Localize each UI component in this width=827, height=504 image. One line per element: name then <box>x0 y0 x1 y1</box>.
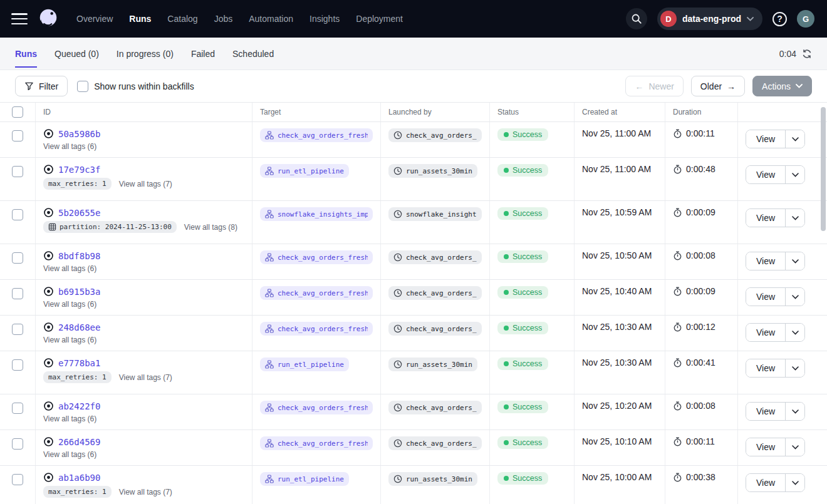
view-all-tags-link[interactable]: View all tags (6) <box>43 336 96 344</box>
view-run-button[interactable]: View <box>746 324 785 341</box>
nav-item[interactable]: Runs <box>129 14 151 24</box>
view-all-tags-link[interactable]: View all tags (6) <box>43 450 96 459</box>
row-checkbox[interactable] <box>12 166 23 177</box>
row-checkbox[interactable] <box>12 474 23 485</box>
run-filter-tab[interactable]: Scheduled <box>232 49 274 59</box>
row-checkbox[interactable] <box>12 209 23 220</box>
backfills-checkbox[interactable] <box>77 81 88 92</box>
view-run-button[interactable]: View <box>746 209 785 227</box>
target-pill[interactable]: check_avg_orders_freshne <box>260 286 373 300</box>
workspace-switcher[interactable]: D data-eng-prod <box>657 8 762 30</box>
filter-button[interactable]: Filter <box>15 76 68 96</box>
launched-by-pill[interactable]: run_assets_30min <box>388 357 477 371</box>
launched-by-pill[interactable]: check_avg_orders_f… <box>388 401 482 414</box>
help-icon[interactable]: ? <box>772 12 787 26</box>
nav-item[interactable]: Catalog <box>167 14 197 24</box>
run-filter-tab[interactable]: In progress (0) <box>117 49 174 59</box>
run-id-link[interactable]: e7778ba1 <box>58 358 100 368</box>
view-dropdown-button[interactable] <box>785 252 804 270</box>
run-filter-tab[interactable]: Failed <box>191 49 215 59</box>
view-run-button[interactable]: View <box>746 474 785 491</box>
view-run-button[interactable]: View <box>746 288 785 306</box>
run-id-link[interactable]: ab1a6b90 <box>58 473 100 483</box>
row-checkbox[interactable] <box>12 438 23 450</box>
row-checkbox[interactable] <box>12 288 23 299</box>
view-dropdown-button[interactable] <box>785 403 804 420</box>
run-id-link[interactable]: 266d4569 <box>58 437 100 447</box>
run-filter-tab[interactable]: Queued (0) <box>55 49 99 59</box>
target-pill[interactable]: run_etl_pipeline <box>260 357 349 371</box>
hamburger-icon[interactable] <box>11 13 28 24</box>
run-tag-pill[interactable]: partition: 2024-11-25-13:00 <box>43 221 177 233</box>
target-pill[interactable]: run_etl_pipeline <box>260 472 349 486</box>
run-id-link[interactable]: 8bdf8b98 <box>58 251 100 261</box>
nav-item[interactable]: Automation <box>249 14 293 24</box>
row-checkbox[interactable] <box>12 130 23 141</box>
scrollbar-thumb[interactable] <box>821 107 826 231</box>
view-dropdown-button[interactable] <box>785 209 804 227</box>
view-dropdown-button[interactable] <box>785 288 804 306</box>
dagster-logo[interactable] <box>36 7 60 31</box>
run-id-link[interactable]: 50a5986b <box>58 129 100 139</box>
search-button[interactable] <box>626 8 647 29</box>
actions-button[interactable]: Actions <box>752 76 812 96</box>
row-checkbox[interactable] <box>12 403 23 414</box>
view-all-tags-link[interactable]: View all tags (8) <box>184 223 237 232</box>
run-id-link[interactable]: 248d68ee <box>58 322 100 332</box>
target-pill[interactable]: snowflake_insights_import <box>260 207 373 221</box>
view-run-button[interactable]: View <box>746 252 785 270</box>
launched-by-pill[interactable]: check_avg_orders_f… <box>388 250 482 264</box>
run-tag-pill[interactable]: max_retries: 1 <box>43 486 112 498</box>
select-all-checkbox[interactable] <box>12 106 23 118</box>
run-tag-pill[interactable]: max_retries: 1 <box>43 371 112 383</box>
nav-item[interactable]: Overview <box>76 14 113 24</box>
view-run-button[interactable]: View <box>746 359 785 377</box>
view-all-tags-link[interactable]: View all tags (6) <box>43 264 96 273</box>
view-all-tags-link[interactable]: View all tags (7) <box>119 180 172 188</box>
view-run-button[interactable]: View <box>746 166 785 183</box>
target-pill[interactable]: check_avg_orders_freshne <box>260 401 373 414</box>
view-dropdown-button[interactable] <box>785 166 804 183</box>
row-checkbox[interactable] <box>12 324 23 335</box>
view-dropdown-button[interactable] <box>785 324 804 341</box>
nav-item[interactable]: Insights <box>309 14 340 24</box>
run-tag-pill[interactable]: max_retries: 1 <box>43 178 112 190</box>
nav-item[interactable]: Jobs <box>214 14 233 24</box>
target-pill[interactable]: check_avg_orders_freshne <box>260 250 373 264</box>
view-dropdown-button[interactable] <box>785 359 804 377</box>
run-id-link[interactable]: 5b20655e <box>58 208 100 218</box>
target-pill[interactable]: check_avg_orders_freshne <box>260 128 373 142</box>
view-dropdown-button[interactable] <box>785 130 804 148</box>
view-all-tags-link[interactable]: View all tags (6) <box>43 300 96 309</box>
view-all-tags-link[interactable]: View all tags (6) <box>43 414 96 423</box>
launched-by-pill[interactable]: check_avg_orders_f… <box>388 286 482 300</box>
row-checkbox[interactable] <box>12 252 23 264</box>
launched-by-pill[interactable]: run_assets_30min <box>388 164 477 178</box>
launched-by-pill[interactable]: check_avg_orders_f… <box>388 322 482 336</box>
older-button[interactable]: Older → <box>691 76 745 96</box>
row-checkbox[interactable] <box>12 359 23 371</box>
target-pill[interactable]: run_etl_pipeline <box>260 164 349 178</box>
run-id-link[interactable]: b6915b3a <box>58 287 100 297</box>
refresh-icon[interactable] <box>802 49 812 59</box>
view-dropdown-button[interactable] <box>785 438 804 456</box>
run-id-link[interactable]: 17e79c3f <box>58 165 100 175</box>
user-avatar[interactable]: G <box>797 10 814 28</box>
launched-by-pill[interactable]: check_avg_orders_f… <box>388 128 482 142</box>
view-all-tags-link[interactable]: View all tags (7) <box>119 488 172 496</box>
launched-by-pill[interactable]: check_avg_orders_f… <box>388 436 482 450</box>
target-pill[interactable]: check_avg_orders_freshne <box>260 436 373 450</box>
view-run-button[interactable]: View <box>746 130 785 148</box>
launched-by-pill[interactable]: run_assets_30min <box>388 472 477 486</box>
view-dropdown-button[interactable] <box>785 474 804 491</box>
view-all-tags-link[interactable]: View all tags (6) <box>43 142 96 151</box>
nav-item[interactable]: Deployment <box>356 14 403 24</box>
launched-by-pill[interactable]: snowflake_insights_… <box>388 207 482 221</box>
target-pill[interactable]: check_avg_orders_freshne <box>260 322 373 336</box>
run-filter-tab[interactable]: Runs <box>15 49 37 59</box>
newer-button[interactable]: ← Newer <box>625 76 683 96</box>
run-id-link[interactable]: ab2422f0 <box>58 401 100 411</box>
view-run-button[interactable]: View <box>746 403 785 420</box>
view-all-tags-link[interactable]: View all tags (7) <box>119 373 172 382</box>
view-run-button[interactable]: View <box>746 438 785 456</box>
